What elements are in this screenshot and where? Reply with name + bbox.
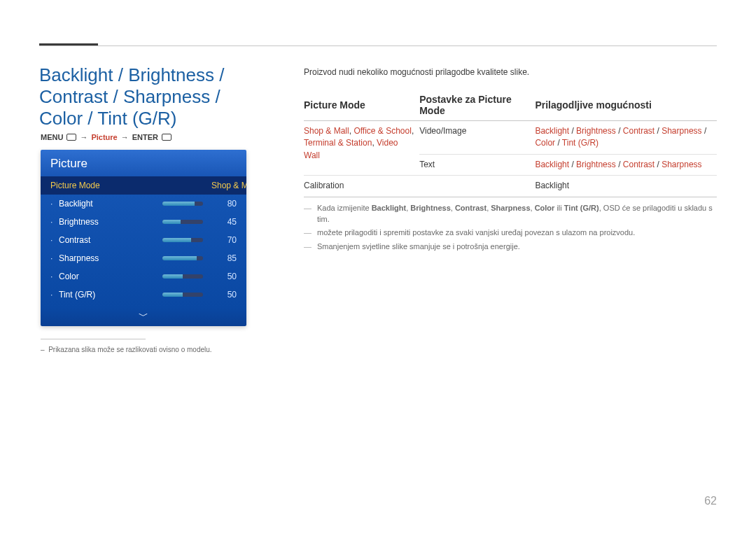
menu-item-value: 50	[211, 272, 237, 281]
note-text: Kada izmijenite Backlight, Brightness, C…	[317, 203, 717, 225]
cell-picture-mode: Shop & Mall, Office & School, Terminal &…	[304, 121, 419, 176]
cell-adjustable: Backlight	[535, 176, 717, 197]
menu-item-label: Sharpness	[59, 253, 162, 263]
intro-text: Proizvod nudi nekoliko mogućnosti prilag…	[304, 67, 717, 77]
footnote-divider	[41, 339, 146, 339]
menu-item-label: Brightness	[59, 217, 162, 227]
menu-item-value: 50	[211, 290, 237, 300]
picture-osd-panel: Picture Picture Mode Shop & Mall · Backl…	[41, 150, 246, 326]
arrow-icon: →	[80, 133, 88, 141]
page-title: Backlight / Brightness / Contrast / Shar…	[39, 64, 249, 130]
panel-header: Picture	[41, 150, 246, 176]
menu-item-value: Shop & Mall	[211, 181, 237, 190]
menu-item-brightness[interactable]: · Brightness 45	[41, 213, 246, 231]
section-divider	[39, 45, 717, 46]
menu-item-contrast[interactable]: · Contrast 70	[41, 231, 246, 249]
breadcrumb: MENU → Picture → ENTER	[41, 133, 172, 141]
cell-setting: Video/Image	[419, 121, 535, 155]
bullet-icon: ·	[50, 272, 59, 281]
enter-icon	[162, 134, 172, 141]
table-header: Prilagodljive mogućnosti	[535, 90, 717, 121]
slider[interactable]	[162, 293, 203, 297]
bullet-icon: ·	[50, 253, 59, 263]
cell-picture-mode: Calibration	[304, 176, 419, 197]
footnote: – Prikazana slika može se razlikovati ov…	[41, 346, 212, 353]
slider[interactable]	[162, 220, 203, 224]
table-row: Calibration Backlight	[304, 176, 717, 197]
bullet-icon: ·	[50, 290, 59, 300]
menu-item-value: 70	[211, 235, 237, 245]
menu-item-value: 45	[211, 217, 237, 227]
menu-item-value: 80	[211, 199, 237, 209]
note-item: ― možete prilagoditi i spremiti postavke…	[304, 227, 717, 239]
dash-icon: ―	[304, 203, 312, 225]
notes: ― Kada izmijenite Backlight, Brightness,…	[304, 203, 717, 253]
dash-icon: ―	[304, 227, 312, 239]
chevron-down-icon: ﹀	[139, 310, 148, 321]
footnote-dash: –	[41, 346, 45, 353]
menu-item-label: Contrast	[59, 235, 162, 245]
dash-icon: ―	[304, 241, 312, 253]
panel-body: Picture Mode Shop & Mall · Backlight 80 …	[41, 176, 246, 308]
menu-item-label: Backlight	[59, 199, 162, 209]
menu-item-sharpness[interactable]: · Sharpness 85	[41, 249, 246, 267]
cell-setting: Text	[419, 154, 535, 175]
table-row: Shop & Mall, Office & School, Terminal &…	[304, 121, 717, 155]
cell-adjustable: Backlight / Brightness / Contrast / Shar…	[535, 121, 717, 155]
table-header: Picture Mode	[304, 90, 419, 121]
arrow-icon: →	[121, 133, 129, 141]
menu-item-picture-mode[interactable]: Picture Mode Shop & Mall	[41, 176, 246, 195]
page-number: 62	[704, 495, 717, 507]
content-column: Proizvod nudi nekoliko mogućnosti prilag…	[304, 67, 717, 253]
menu-item-value: 85	[211, 253, 237, 263]
slider[interactable]	[162, 274, 203, 279]
slider[interactable]	[162, 256, 203, 260]
note-item: ― Smanjenjem svjetline slike smanjuje se…	[304, 241, 717, 253]
bullet-icon: ·	[50, 235, 59, 245]
menu-item-label: Tint (G/R)	[59, 290, 162, 300]
menu-item-backlight[interactable]: · Backlight 80	[41, 195, 246, 213]
breadcrumb-picture: Picture	[91, 133, 117, 141]
note-text: Smanjenjem svjetline slike smanjuje se i…	[317, 241, 520, 253]
menu-icon	[66, 134, 76, 141]
table-header: Postavke za Picture Mode	[419, 90, 535, 121]
panel-scroll-down[interactable]: ﹀	[41, 308, 246, 326]
menu-item-tint[interactable]: · Tint (G/R) 50	[41, 286, 246, 304]
menu-item-color[interactable]: · Color 50	[41, 267, 246, 286]
cell-adjustable: Backlight / Brightness / Contrast / Shar…	[535, 154, 717, 175]
options-table: Picture Mode Postavke za Picture Mode Pr…	[304, 90, 717, 197]
breadcrumb-menu: MENU	[41, 133, 63, 141]
breadcrumb-enter: ENTER	[132, 133, 158, 141]
slider[interactable]	[162, 238, 203, 242]
menu-item-label: Color	[59, 272, 162, 281]
footnote-text: Prikazana slika može se razlikovati ovis…	[48, 346, 211, 353]
bullet-icon: ·	[50, 199, 59, 209]
cell-setting	[419, 176, 535, 197]
note-item: ― Kada izmijenite Backlight, Brightness,…	[304, 203, 717, 225]
note-text: možete prilagoditi i spremiti postavke z…	[317, 227, 635, 239]
slider[interactable]	[162, 202, 203, 206]
menu-item-label: Picture Mode	[50, 181, 211, 190]
bullet-icon: ·	[50, 217, 59, 227]
